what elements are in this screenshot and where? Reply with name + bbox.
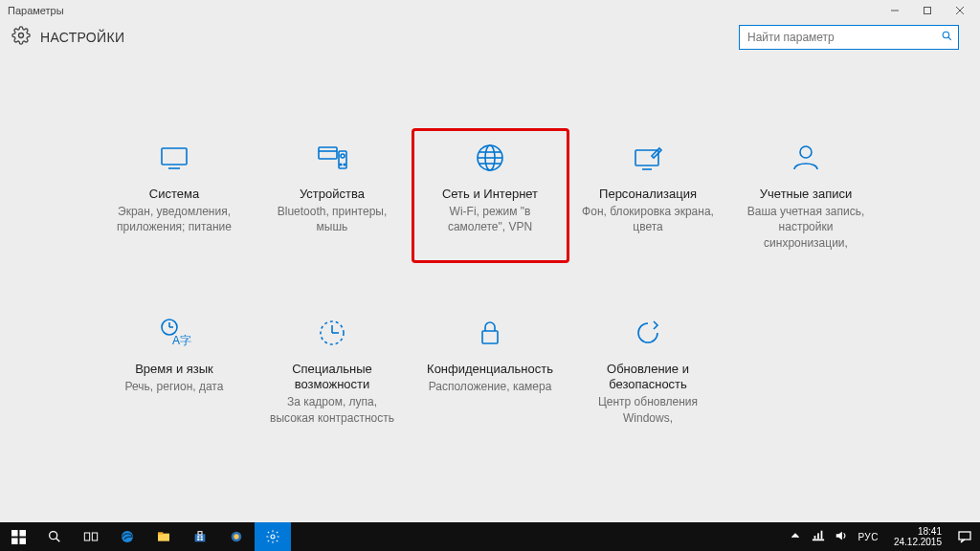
minimize-button[interactable] <box>879 0 911 21</box>
svg-rect-53 <box>818 533 820 539</box>
tile-time-language[interactable]: A字 Время и язык Речь, регион, дата <box>96 303 254 438</box>
svg-rect-38 <box>92 533 97 540</box>
tile-title: Обновление и безопасность <box>582 362 715 393</box>
svg-rect-42 <box>195 534 206 541</box>
lock-icon <box>471 312 509 354</box>
svg-rect-44 <box>197 536 199 538</box>
svg-rect-47 <box>201 539 203 540</box>
svg-point-5 <box>943 32 949 38</box>
header: НАСТРОЙКИ <box>0 21 980 59</box>
settings-grid: Система Экран, уведомления, приложения; … <box>96 128 885 438</box>
svg-rect-37 <box>84 533 89 540</box>
svg-point-50 <box>271 535 275 539</box>
tile-network[interactable]: Сеть и Интернет Wi-Fi, режим "в самолете… <box>412 128 569 263</box>
tile-update-security[interactable]: Обновление и безопасность Центр обновлен… <box>569 303 727 438</box>
close-button[interactable] <box>944 0 976 21</box>
svg-point-14 <box>344 164 345 165</box>
svg-line-6 <box>948 37 951 40</box>
task-view-icon[interactable] <box>73 522 109 551</box>
taskbar-clock[interactable]: 18:41 24.12.2015 <box>886 522 949 551</box>
tile-title: Сеть и Интернет <box>442 187 538 202</box>
tray-chevron-up-icon[interactable] <box>789 529 802 544</box>
svg-text:A字: A字 <box>172 334 191 347</box>
tile-devices[interactable]: Устройства Bluetooth, принтеры, мышь <box>254 128 412 263</box>
svg-point-35 <box>50 532 57 540</box>
svg-point-49 <box>234 534 238 539</box>
taskbar-search-icon[interactable] <box>36 522 73 551</box>
devices-icon <box>313 137 351 179</box>
svg-rect-45 <box>201 536 203 538</box>
tray-volume-icon[interactable] <box>835 529 848 544</box>
tile-privacy[interactable]: Конфиденциальность Расположение, камера <box>412 303 569 438</box>
taskbar: РУС 18:41 24.12.2015 <box>0 522 980 551</box>
svg-rect-9 <box>319 147 337 159</box>
tile-accounts[interactable]: Учетные записи Ваша учетная запись, наст… <box>727 128 885 263</box>
update-icon <box>629 312 667 354</box>
personalization-icon <box>629 137 667 179</box>
tile-personalization[interactable]: Персонализация Фон, блокировка экрана, ц… <box>569 128 727 263</box>
time-language-icon: A字 <box>155 312 193 354</box>
svg-point-22 <box>800 146 812 158</box>
svg-line-36 <box>56 539 60 542</box>
tile-desc: Центр обновления Windows, <box>582 394 715 425</box>
tile-title: Время и язык <box>135 362 213 377</box>
system-tray[interactable]: РУС <box>781 522 886 551</box>
tile-desc: Wi-Fi, режим "в самолете", VPN <box>424 204 557 234</box>
tray-language[interactable]: РУС <box>858 532 879 542</box>
tile-title: Система <box>149 187 199 202</box>
ease-icon <box>313 312 351 354</box>
window-controls <box>879 0 976 21</box>
tile-desc: Ваша учетная запись, настройки синхрониз… <box>740 204 873 251</box>
tile-desc: Bluetooth, принтеры, мышь <box>266 204 399 234</box>
svg-rect-30 <box>482 331 498 343</box>
tile-desc: Экран, уведомления, приложения; питание <box>108 204 241 234</box>
tile-title: Специальные возможности <box>266 362 399 393</box>
maximize-button[interactable] <box>911 0 944 21</box>
tile-desc: Расположение, камера <box>429 379 552 394</box>
svg-rect-7 <box>162 148 187 165</box>
globe-icon <box>471 137 509 179</box>
window-title: Параметры <box>8 5 64 16</box>
clock-date: 24.12.2015 <box>894 537 942 548</box>
action-center-icon[interactable] <box>949 522 980 551</box>
taskbar-app-store[interactable] <box>182 522 218 551</box>
person-icon <box>787 137 825 179</box>
clock-time: 18:41 <box>918 526 942 538</box>
display-icon <box>155 137 193 179</box>
tile-title: Учетные записи <box>760 187 852 202</box>
svg-rect-43 <box>198 532 202 535</box>
svg-rect-56 <box>959 532 970 540</box>
tile-ease-of-access[interactable]: Специальные возможности За кадром, лупа,… <box>254 303 412 438</box>
tray-network-icon[interactable] <box>812 529 825 544</box>
svg-rect-33 <box>11 538 18 544</box>
page-title: НАСТРОЙКИ <box>40 30 124 45</box>
svg-rect-32 <box>19 530 26 537</box>
svg-rect-54 <box>821 531 823 540</box>
svg-point-13 <box>340 164 342 165</box>
tile-title: Устройства <box>300 187 365 202</box>
svg-rect-52 <box>814 536 816 540</box>
search-box[interactable] <box>739 25 959 50</box>
search-icon <box>941 29 953 46</box>
tile-desc: За кадром, лупа, высокая контрастность <box>266 394 399 425</box>
start-button[interactable] <box>0 522 36 551</box>
search-input[interactable] <box>739 25 959 50</box>
taskbar-app-edge[interactable] <box>109 522 145 551</box>
svg-rect-41 <box>158 532 163 535</box>
tile-title: Персонализация <box>599 187 697 202</box>
taskbar-app-settings[interactable] <box>255 522 291 551</box>
titlebar: Параметры <box>0 0 980 21</box>
svg-rect-1 <box>924 8 931 14</box>
svg-point-4 <box>19 33 24 38</box>
svg-rect-34 <box>19 538 26 544</box>
svg-marker-55 <box>836 532 842 540</box>
tile-title: Конфиденциальность <box>427 362 553 377</box>
svg-point-12 <box>341 154 345 158</box>
taskbar-app-explorer[interactable] <box>145 522 182 551</box>
tile-system[interactable]: Система Экран, уведомления, приложения; … <box>96 128 254 263</box>
gear-icon <box>11 26 31 49</box>
taskbar-app-generic[interactable] <box>218 522 255 551</box>
svg-rect-46 <box>197 539 199 540</box>
tile-desc: Фон, блокировка экрана, цвета <box>582 204 715 234</box>
svg-rect-51 <box>813 540 824 541</box>
